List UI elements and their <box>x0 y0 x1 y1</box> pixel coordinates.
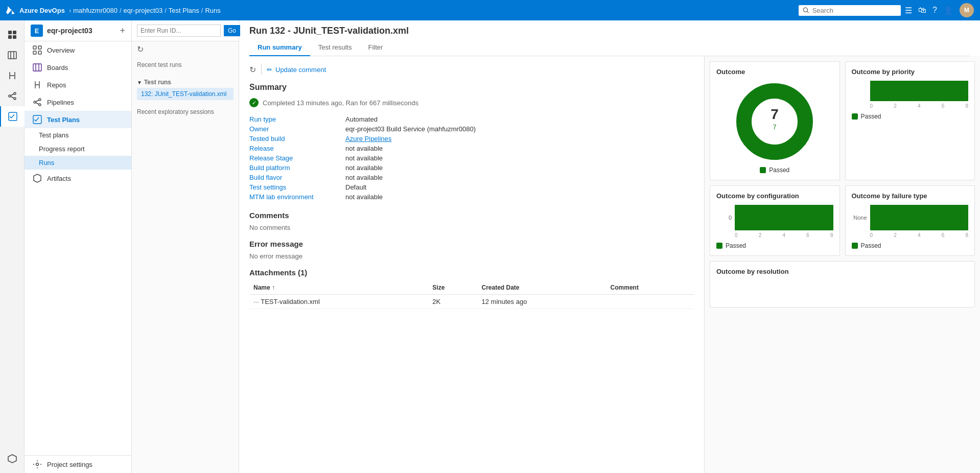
outcome-by-config-chart: Outcome by configuration 0 0 2 4 6 8 <box>710 185 840 256</box>
priority-bar-area: 0 2 4 6 8 <box>852 81 969 109</box>
tab-test-results[interactable]: Test results <box>310 39 360 56</box>
sidebar-item-overview[interactable]: Overview <box>25 41 131 59</box>
repos-icon <box>7 70 17 81</box>
sidebar <box>0 20 25 473</box>
svg-rect-4 <box>8 35 12 39</box>
breadcrumb-project[interactable]: eqr-project03 <box>124 7 163 14</box>
failuretype-legend: Passed <box>852 242 969 249</box>
field-label-0: Run type <box>249 115 341 123</box>
field-value-5: not available <box>345 164 694 172</box>
help-icon[interactable]: ? <box>932 6 937 15</box>
config-legend: Passed <box>716 242 833 249</box>
config-bar-row: 0 <box>716 205 833 230</box>
outcome-by-priority-title: Outcome by priority <box>852 68 969 76</box>
sidebar-icon-pipelines[interactable] <box>0 86 25 106</box>
charts-panel: Outcome 7 7 Passed <box>704 56 980 473</box>
collapse-icon[interactable]: ▼ <box>137 80 142 85</box>
shopping-icon[interactable]: 🛍 <box>918 6 926 15</box>
search-input[interactable] <box>812 7 897 14</box>
sidebar-icon-repos[interactable] <box>0 65 25 86</box>
sidebar-icon-artifacts[interactable] <box>0 448 25 469</box>
field-value-3: not available <box>345 145 694 152</box>
outcome-by-resolution-title: Outcome by resolution <box>716 268 968 275</box>
svg-line-13 <box>11 97 14 98</box>
sidebar-item-runs[interactable]: Runs <box>25 156 131 170</box>
breadcrumb: › mahfuzmr0080 / eqr-project03 / Test Pl… <box>69 7 221 14</box>
page-title: Run 132 - JUnit_TEST-validation.xml <box>249 26 970 36</box>
testplans-sub-label: Test plans <box>39 131 69 139</box>
svg-point-24 <box>39 104 41 106</box>
avatar[interactable]: M <box>960 3 974 17</box>
sidebar-item-boards[interactable]: Boards <box>25 59 131 76</box>
run-id-input[interactable] <box>137 25 221 37</box>
go-button[interactable]: Go <box>224 25 240 36</box>
sidebar-item-artifacts[interactable]: Artifacts <box>25 170 131 187</box>
testplans-nav-icon <box>33 115 42 124</box>
user-icon[interactable]: 👤 <box>943 6 953 15</box>
tab-filter[interactable]: Filter <box>360 39 391 56</box>
sidebar-item-repos[interactable]: Repos <box>25 76 131 93</box>
sidebar-item-testplans-sub[interactable]: Test plans <box>25 128 131 142</box>
recent-test-runs-section: Recent test runs <box>132 57 239 75</box>
projectsettings-label: Project settings <box>47 461 92 468</box>
repos-label: Repos <box>47 81 66 89</box>
search-icon <box>803 7 809 14</box>
recent-test-runs-label: Recent test runs <box>137 61 234 68</box>
artifacts-nav-icon <box>33 174 42 183</box>
breadcrumb-user[interactable]: mahfuzmr0080 <box>73 7 118 14</box>
field-label-8: MTM lab environment <box>249 193 341 201</box>
brand-name: Azure DevOps <box>19 7 65 14</box>
sidebar-item-projectsettings[interactable]: Project settings <box>25 456 131 473</box>
refresh-button[interactable]: ↻ <box>249 65 256 75</box>
testplans-icon <box>8 111 18 122</box>
add-project-button[interactable]: + <box>120 26 125 36</box>
svg-rect-2 <box>8 31 12 34</box>
svg-line-26 <box>36 103 39 104</box>
outcome-chart-title: Outcome <box>716 68 833 76</box>
donut-svg: 7 7 <box>734 81 815 162</box>
svg-rect-15 <box>33 46 36 49</box>
sidebar-icon-boards[interactable] <box>0 45 25 65</box>
refresh-runs-button[interactable]: ↻ <box>132 41 239 57</box>
attachment-more-btn[interactable]: ··· <box>253 298 259 305</box>
sidebar-item-pipelines[interactable]: Pipelines <box>25 93 131 111</box>
field-label-6: Build flavor <box>249 174 341 181</box>
attachments-title: Attachments (1) <box>249 268 694 277</box>
config-legend-label: Passed <box>726 242 746 249</box>
outcome-by-resolution-chart: Outcome by resolution <box>710 261 975 308</box>
breadcrumb-testplans[interactable]: Test Plans <box>169 7 199 14</box>
left-panel-header: Go <box>132 20 239 41</box>
content-body: ↻ ✏ Update comment Summary ✓ Completed 1… <box>239 56 980 473</box>
update-comment-button[interactable]: ✏ Update comment <box>267 66 326 74</box>
sidebar-icon-overview[interactable] <box>0 25 25 45</box>
summary-toolbar: ↻ ✏ Update comment <box>249 64 694 75</box>
breadcrumb-runs[interactable]: Runs <box>205 7 220 14</box>
attachment-comment <box>606 295 694 309</box>
priority-legend-label: Passed <box>861 113 881 120</box>
main-content: Run 132 - JUnit_TEST-validation.xml Run … <box>239 20 980 473</box>
config-bar <box>735 205 833 230</box>
left-panel: Go ↻ Recent test runs ▼ Test runs 132: J… <box>132 20 239 473</box>
priority-axis: 0 2 4 6 8 <box>852 103 969 109</box>
field-value-7: Default <box>345 183 694 191</box>
sidebar-item-testplans[interactable]: Test Plans <box>25 111 131 128</box>
main-layout: E eqr-project03 + Overview Boards Repos <box>0 20 980 473</box>
test-runs-section-label: Test runs <box>144 79 171 86</box>
attachment-size: 2K <box>428 295 477 309</box>
search-box[interactable] <box>799 5 901 16</box>
azure-devops-logo <box>6 5 16 15</box>
test-run-item[interactable]: 132: JUnit_TEST-validation.xml <box>137 88 234 100</box>
menu-icon[interactable]: ☰ <box>905 6 912 15</box>
sidebar-item-progressreport[interactable]: Progress report <box>25 142 131 156</box>
status-icon: ✓ <box>249 98 259 107</box>
priority-bar-row <box>852 81 969 101</box>
col-name[interactable]: Name ↑ <box>249 281 428 295</box>
field-value-2[interactable]: Azure Pipelines <box>345 135 694 143</box>
tab-run-summary[interactable]: Run summary <box>249 39 310 56</box>
attachment-created: 12 minutes ago <box>477 295 606 309</box>
boards-nav-icon <box>33 63 42 72</box>
failuretype-bar-label: None <box>852 215 867 221</box>
sidebar-icon-testplans[interactable] <box>0 106 25 127</box>
field-label-3: Release <box>249 145 341 152</box>
artifacts-icon <box>7 454 17 464</box>
